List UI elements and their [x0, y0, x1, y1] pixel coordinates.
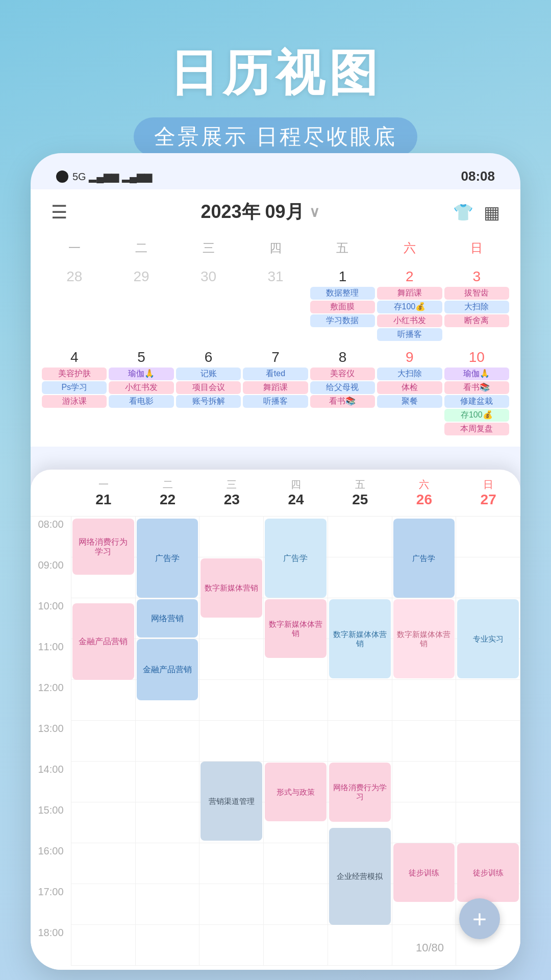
- month-title[interactable]: 2023年 09月 ∨: [201, 200, 319, 225]
- week1-row: 28 29 30 31 1 数据整理 敷面膜 学习数据 2 舞蹈课 存100💰 …: [41, 266, 510, 344]
- day-1[interactable]: 1 数据整理 敷面膜 学习数据: [309, 266, 376, 344]
- cal-icons: 👕 ▦: [453, 202, 500, 223]
- day-col-mon: 网络消费行为学习 金融产品营销: [71, 517, 136, 966]
- weekday-sun: 日: [443, 240, 510, 256]
- outfit-icon[interactable]: 👕: [453, 203, 473, 222]
- weekday-mon: 一: [41, 240, 108, 256]
- event-thu-2[interactable]: 数字新媒体体营销: [265, 599, 327, 658]
- weekday-fri: 五: [309, 240, 376, 256]
- phone-mockup: 5G ▂▄▆▆ ▂▄▆▆ 08:08 ☰ 2023年 09月 ∨ 👕 ▦ 一 二…: [31, 153, 520, 970]
- signal-text: 5G ▂▄▆▆ ▂▄▆▆: [72, 170, 152, 183]
- day-col-fri: 数字新媒体体营销 网络消费行为学习 企业经营模拟: [328, 517, 392, 966]
- fab-button[interactable]: +: [459, 898, 500, 939]
- week2-row: 4 美容护肤 Ps学习 游泳课 5 瑜伽🙏 小红书发 看电影 6 记账 项目会议…: [41, 347, 510, 438]
- main-title: 日历视图: [0, 41, 551, 107]
- weekly-day-21[interactable]: 一 21: [71, 478, 136, 508]
- weekly-day-27[interactable]: 日 27: [456, 478, 520, 508]
- event-mon-2[interactable]: 金融产品营销: [72, 603, 134, 680]
- event-thu-3[interactable]: 形式与政策: [265, 763, 327, 821]
- weekday-thu: 四: [242, 240, 309, 256]
- subtitle: 全景展示 日程尽收眼底: [154, 122, 397, 151]
- day-9[interactable]: 9 大扫除 体检 聚餐: [376, 347, 443, 438]
- weekday-wed: 三: [175, 240, 242, 256]
- weekly-overlay: 一 21 二 22 三 23 四 24 五 25: [31, 470, 520, 970]
- day-col-wed: 数字新媒体营销 营销渠道管理: [199, 517, 264, 966]
- time-1600: 16:00: [31, 843, 71, 884]
- event-tue-2[interactable]: 网络营销: [137, 599, 198, 638]
- day-col-sat: 广告学 数字新媒体体营销 徒步训练: [392, 517, 457, 966]
- day-30[interactable]: 30: [175, 266, 242, 344]
- time-column: 08:00 09:00 10:00 11:00 12:00 13:00 14:0…: [31, 517, 71, 966]
- weekly-day-25[interactable]: 五 25: [328, 478, 392, 508]
- day-29[interactable]: 29: [108, 266, 174, 344]
- weekly-day-26[interactable]: 六 26: [392, 478, 457, 508]
- event-fri-3[interactable]: 企业经营模拟: [329, 828, 391, 925]
- event-sun-2[interactable]: 徒步训练: [457, 843, 519, 902]
- event-sat-2[interactable]: 数字新媒体体营销: [393, 599, 455, 678]
- day-6[interactable]: 6 记账 项目会议 账号拆解: [175, 347, 242, 438]
- status-bar: 5G ▂▄▆▆ ▂▄▆▆ 08:08: [41, 163, 510, 189]
- day-31[interactable]: 31: [242, 266, 309, 344]
- time-1100: 11:00: [31, 639, 71, 680]
- day-8[interactable]: 8 美容仪 给父母视 看书📚: [309, 347, 376, 438]
- event-wed-1[interactable]: 数字新媒体营销: [201, 558, 262, 618]
- time-1500: 15:00: [31, 802, 71, 843]
- event-fri-2[interactable]: 网络消费行为学习: [329, 763, 391, 822]
- event-sat-3[interactable]: 徒步训练: [393, 843, 455, 902]
- event-thu-1[interactable]: 广告学: [265, 519, 327, 598]
- day-col-tue: 广告学 网络营销 金融产品营销: [136, 517, 200, 966]
- grid-icon[interactable]: ▦: [484, 202, 500, 223]
- time-1800: 18:00: [31, 925, 71, 966]
- calendar-header: ☰ 2023年 09月 ∨ 👕 ▦: [31, 189, 520, 235]
- day-col-thu: 广告学 数字新媒体体营销 形式与政策: [264, 517, 328, 966]
- camera-dot: [56, 170, 68, 183]
- day-7[interactable]: 7 看ted 舞蹈课 听播客: [242, 347, 309, 438]
- weekly-day-24[interactable]: 四 24: [264, 478, 328, 508]
- day-28[interactable]: 28: [41, 266, 108, 344]
- day-3[interactable]: 3 拔智齿 大扫除 断舍离: [443, 266, 510, 344]
- weekly-day-22[interactable]: 二 22: [136, 478, 200, 508]
- time-1200: 12:00: [31, 680, 71, 721]
- page-background: 日历视图 全景展示 日程尽收眼底 5G ▂▄▆▆ ▂▄▆▆ 08:08 ☰ 20…: [0, 0, 551, 166]
- event-sat-1[interactable]: 广告学: [393, 519, 455, 598]
- event-mon-1[interactable]: 网络消费行为学习: [72, 519, 134, 575]
- weekday-row: 一 二 三 四 五 六 日: [31, 235, 520, 261]
- time-1300: 13:00: [31, 721, 71, 762]
- subtitle-pill: 全景展示 日程尽收眼底: [134, 117, 417, 156]
- event-fri-1[interactable]: 数字新媒体体营销: [329, 599, 391, 678]
- time-0900: 09:00: [31, 557, 71, 598]
- status-time: 08:08: [461, 168, 495, 184]
- weekday-tue: 二: [108, 240, 174, 256]
- weekday-sat: 六: [376, 240, 443, 256]
- hamburger-icon[interactable]: ☰: [51, 202, 67, 223]
- event-sun-1[interactable]: 专业实习: [457, 599, 519, 678]
- day-10[interactable]: 10 瑜伽🙏 看书📚 修建盆栽 存100💰 本周复盘: [443, 347, 510, 438]
- time-1000: 10:00: [31, 598, 71, 639]
- event-tue-1[interactable]: 广告学: [137, 519, 198, 598]
- status-left: 5G ▂▄▆▆ ▂▄▆▆: [56, 170, 152, 183]
- page-indicator: 10/80: [416, 941, 444, 954]
- day-5[interactable]: 5 瑜伽🙏 小红书发 看电影: [108, 347, 174, 438]
- header-section: 日历视图 全景展示 日程尽收眼底: [0, 0, 551, 166]
- event-wed-2[interactable]: 营销渠道管理: [201, 762, 262, 841]
- time-1400: 14:00: [31, 762, 71, 802]
- events-grid: 网络消费行为学习 金融产品营销 广告学 网络营销 金融产品营销: [71, 517, 520, 966]
- weekly-scroll: 08:00 09:00 10:00 11:00 12:00 13:00 14:0…: [31, 517, 520, 966]
- time-1700: 17:00: [31, 884, 71, 925]
- event-tue-3[interactable]: 金融产品营销: [137, 639, 198, 700]
- time-0800: 08:00: [31, 517, 71, 557]
- weekly-day-23[interactable]: 三 23: [199, 478, 264, 508]
- day-col-sun: 专业实习 徒步训练: [456, 517, 520, 966]
- day-2[interactable]: 2 舞蹈课 存100💰 小红书发 听播客: [376, 266, 443, 344]
- day-4[interactable]: 4 美容护肤 Ps学习 游泳课: [41, 347, 108, 438]
- weekly-header: 一 21 二 22 三 23 四 24 五 25: [31, 470, 520, 517]
- cal-week1: 28 29 30 31 1 数据整理 敷面膜 学习数据 2 舞蹈课 存100💰 …: [31, 261, 520, 447]
